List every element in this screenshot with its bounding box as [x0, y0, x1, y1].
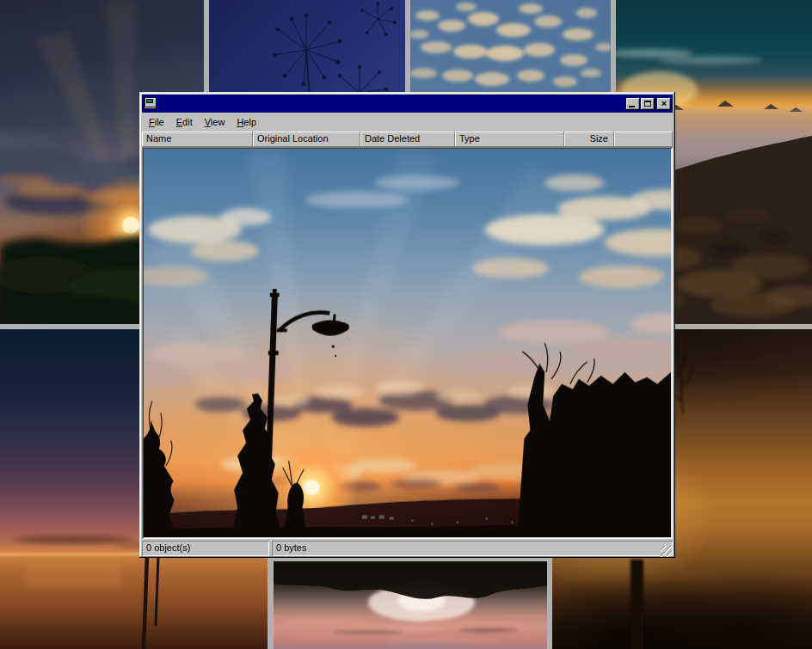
column-header-date-deleted[interactable]: Date Deleted	[360, 132, 455, 147]
maximize-icon	[644, 101, 651, 107]
resize-grip[interactable]	[661, 546, 672, 557]
desktop: × File Edit View Help Name Original Loca…	[0, 0, 812, 649]
close-icon: ×	[661, 99, 667, 108]
status-objects: 0 object(s)	[142, 541, 269, 556]
column-header-filler	[614, 132, 673, 147]
column-headers: Name Original Location Date Deleted Type…	[142, 132, 673, 147]
menu-bar: File Edit View Help	[142, 113, 673, 132]
status-bytes: 0 bytes	[272, 541, 673, 556]
column-header-type[interactable]: Type	[455, 132, 564, 147]
menu-view[interactable]: View	[199, 115, 231, 130]
minimize-icon	[629, 106, 635, 107]
recycle-bin-window: × File Edit View Help Name Original Loca…	[139, 92, 675, 558]
minimize-button[interactable]	[626, 98, 640, 110]
column-header-original-location[interactable]: Original Location	[253, 132, 360, 147]
file-list-area[interactable]	[142, 147, 673, 539]
menu-edit[interactable]: Edit	[170, 115, 199, 130]
maximize-button[interactable]	[641, 98, 655, 110]
water-reflection-art	[274, 561, 547, 649]
column-header-name[interactable]: Name	[142, 132, 253, 147]
menu-help[interactable]: Help	[231, 115, 262, 130]
collage-photo-water-reflection	[274, 561, 547, 649]
menu-file[interactable]: File	[143, 115, 170, 130]
computer-icon	[144, 97, 157, 110]
sunset-lamp-photo	[144, 149, 671, 537]
close-button[interactable]: ×	[657, 98, 671, 110]
titlebar[interactable]: ×	[142, 95, 673, 113]
status-bar: 0 object(s) 0 bytes	[142, 539, 673, 558]
titlebar-buttons: ×	[625, 98, 671, 110]
column-header-size[interactable]: Size	[564, 132, 614, 147]
